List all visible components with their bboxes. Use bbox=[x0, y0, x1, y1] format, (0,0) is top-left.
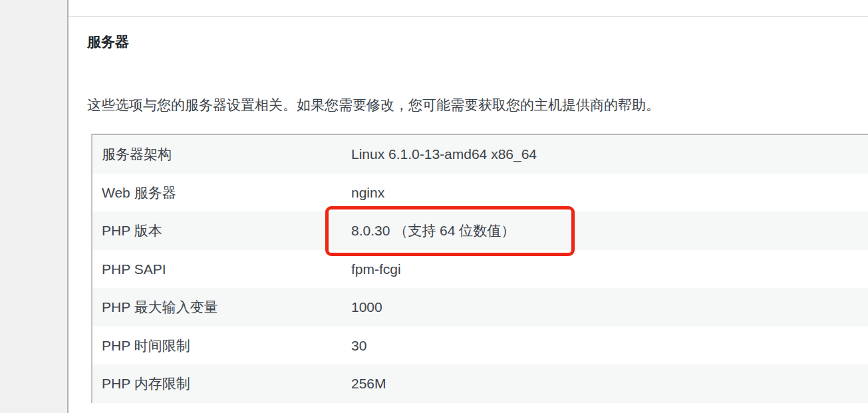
table-row: PHP 版本 8.0.30 （支持 64 位数值） bbox=[92, 211, 868, 250]
table-row-label: PHP 最大输入变量 bbox=[92, 298, 351, 316]
site-health-info-panel: 服务器 这些选项与您的服务器设置相关。如果您需要修改，您可能需要获取您的主机提供… bbox=[69, 0, 868, 413]
table-row-label: PHP 时间限制 bbox=[92, 337, 351, 354]
server-info-table: 服务器架构 Linux 6.1.0-13-amd64 x86_64 Web 服务… bbox=[91, 134, 868, 403]
table-row-value: 30 bbox=[351, 337, 868, 354]
table-row-value: 1000 bbox=[351, 298, 868, 316]
section-description: 这些选项与您的服务器设置相关。如果您需要修改，您可能需要获取您的主机提供商的帮助… bbox=[87, 96, 660, 114]
table-row: PHP 最大输入变量 1000 bbox=[92, 288, 868, 327]
section-divider bbox=[69, 16, 868, 17]
table-row: Web 服务器 nginx bbox=[92, 174, 868, 212]
table-row: PHP 时间限制 30 bbox=[92, 327, 868, 365]
table-row-value: 8.0.30 （支持 64 位数值） bbox=[351, 221, 868, 239]
site-health-server-section-screen: 服务器 这些选项与您的服务器设置相关。如果您需要修改，您可能需要获取您的主机提供… bbox=[0, 0, 868, 413]
table-row-value: 256M bbox=[351, 374, 868, 392]
table-row-label: PHP 版本 bbox=[92, 221, 351, 239]
section-title: 服务器 bbox=[87, 33, 129, 51]
table-row-value: Linux 6.1.0-13-amd64 x86_64 bbox=[351, 145, 868, 163]
table-row-label: PHP SAPI bbox=[92, 260, 351, 278]
table-row-value: nginx bbox=[351, 184, 868, 202]
table-row-value: fpm-fcgi bbox=[351, 260, 868, 278]
table-row: 服务器架构 Linux 6.1.0-13-amd64 x86_64 bbox=[92, 135, 868, 174]
table-row: PHP SAPI fpm-fcgi bbox=[92, 250, 868, 289]
table-row: PHP 内存限制 256M bbox=[92, 364, 868, 403]
table-row-label: Web 服务器 bbox=[92, 184, 351, 202]
admin-sidebar-strip bbox=[0, 0, 69, 413]
table-row-label: 服务器架构 bbox=[92, 145, 351, 163]
table-row-label: PHP 内存限制 bbox=[92, 374, 351, 392]
